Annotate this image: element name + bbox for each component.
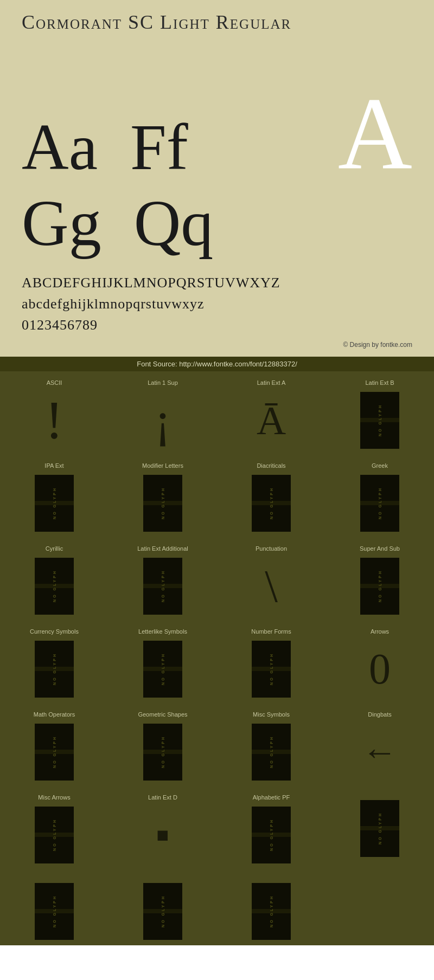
glyph-showcase-2: Gg Qq <box>22 185 412 261</box>
source-bar: Font Source: http://www.fontke.com/font/… <box>0 357 434 371</box>
cell-label: Latin Ext D <box>148 794 177 801</box>
cell-glyph-area: NO GLYPH <box>358 556 401 616</box>
cell-label: Letterlike Symbols <box>138 628 187 635</box>
glyph-cell: Latin Ext BNO GLYPH <box>326 371 434 454</box>
cell-label: Latin Ext B <box>365 379 394 386</box>
cell-label: Diacriticals <box>257 462 285 469</box>
alphabet-digits: 0123456789 <box>22 314 412 336</box>
cell-label: IPA Ext <box>44 462 63 469</box>
glyph-cell: Latin 1 Sup¡ <box>108 371 217 454</box>
font-title: Cormorant SC Light Regular <box>22 11 412 34</box>
glyph-cell: Number FormsNO GLYPH <box>217 620 326 703</box>
cell-label: Greek <box>372 462 388 469</box>
glyph-char: ■ <box>157 824 169 845</box>
cell-label: Number Forms <box>251 628 291 635</box>
glyph-large-a: A <box>338 82 412 185</box>
cell-label: Geometric Shapes <box>138 711 187 718</box>
cell-glyph-area: NO GLYPH <box>141 556 184 616</box>
glyph-cell: CyrillicNO GLYPH <box>0 537 108 620</box>
cell-label: ASCII <box>47 379 62 386</box>
top-section: Cormorant SC Light Regular Aa Ff A Gg Qq… <box>0 0 434 357</box>
cell-label: Super And Sub <box>360 545 400 552</box>
glyph-char: 0 <box>369 647 391 691</box>
glyph-cell: NO GLYPH <box>108 869 217 945</box>
glyph-aa: Aa <box>22 111 98 183</box>
glyph-char: Ā <box>257 400 286 441</box>
cell-glyph-area: NO GLYPH <box>250 722 293 782</box>
glyph-pair-ff: Ff <box>130 115 188 180</box>
cell-glyph-area: NO GLYPH <box>250 881 293 941</box>
cell-glyph-area: ¡ <box>141 390 184 450</box>
glyph-cell: Math OperatorsNO GLYPH <box>0 703 108 786</box>
alphabet-uppercase: ABCDEFGHIJKLMNOPQRSTUVWXYZ <box>22 272 412 293</box>
cell-label: Latin Ext Additional <box>137 545 188 552</box>
credit-line: © Design by fontke.com <box>22 338 412 351</box>
glyph-char: ← <box>362 734 398 770</box>
glyph-cell: Letterlike SymbolsNO GLYPH <box>108 620 217 703</box>
glyph-cell: Currency SymbolsNO GLYPH <box>0 620 108 703</box>
glyph-cell: GreekNO GLYPH <box>326 454 434 537</box>
cell-label: Currency Symbols <box>30 628 79 635</box>
cell-glyph-area: NO GLYPH <box>358 798 401 858</box>
cell-label: Dingbats <box>368 711 391 718</box>
cell-glyph-area: NO GLYPH <box>250 639 293 699</box>
glyph-qq: Qq <box>134 187 214 259</box>
glyph-cell: Latin Ext AĀ <box>217 371 326 454</box>
alphabet-lowercase: abcdefghijklmnopqrstuvwxyz <box>22 293 412 314</box>
cell-glyph-area: \ <box>250 556 293 616</box>
glyph-cell: Super And SubNO GLYPH <box>326 537 434 620</box>
cell-glyph-area: NO GLYPH <box>141 722 184 782</box>
glyph-cell: NO GLYPH <box>217 869 326 945</box>
cell-glyph-area: NO GLYPH <box>33 722 76 782</box>
cell-glyph-area: NO GLYPH <box>33 881 76 941</box>
glyph-cell: Alphabetic PFNO GLYPH <box>217 786 326 869</box>
cell-glyph-area: NO GLYPH <box>358 390 401 450</box>
glyph-cell: Misc ArrowsNO GLYPH <box>0 786 108 869</box>
cell-glyph-area: 0 <box>358 639 401 699</box>
glyph-cell: Modifier LettersNO GLYPH <box>108 454 217 537</box>
cell-label: Math Operators <box>34 711 75 718</box>
cell-glyph-area: ← <box>358 722 401 782</box>
alphabet-section: ABCDEFGHIJKLMNOPQRSTUVWXYZ abcdefghijklm… <box>22 267 412 338</box>
cell-glyph-area: NO GLYPH <box>33 556 76 616</box>
glyph-cell: DiacriticalsNO GLYPH <box>217 454 326 537</box>
cell-label: Arrows <box>371 628 389 635</box>
glyph-cell: ASCII! <box>0 371 108 454</box>
glyph-cell: Punctuation\ <box>217 537 326 620</box>
glyph-cell: Latin Ext D■ <box>108 786 217 869</box>
cell-glyph-area: NO GLYPH <box>250 473 293 533</box>
glyph-pair-aa: Aa <box>22 115 98 180</box>
glyph-cell: NO GLYPH <box>326 786 434 869</box>
glyph-cell: Latin Ext AdditionalNO GLYPH <box>108 537 217 620</box>
glyph-pair-gg: Gg <box>22 191 101 256</box>
glyph-ff: Ff <box>130 111 188 183</box>
cell-label: Misc Arrows <box>38 794 70 801</box>
cell-glyph-area: ! <box>33 390 76 450</box>
cell-glyph-area: NO GLYPH <box>33 805 76 865</box>
cell-glyph-area: ■ <box>141 805 184 865</box>
cell-label: Latin Ext A <box>257 379 286 386</box>
cell-label: Misc Symbols <box>253 711 290 718</box>
glyph-cell: IPA ExtNO GLYPH <box>0 454 108 537</box>
glyph-grid: ASCII!Latin 1 Sup¡Latin Ext AĀLatin Ext … <box>0 371 434 945</box>
cell-glyph-area: Ā <box>250 390 293 450</box>
cell-label: Punctuation <box>256 545 287 552</box>
cell-label: Alphabetic PF <box>253 794 290 801</box>
glyph-char: \ <box>265 563 278 609</box>
cell-glyph-area: NO GLYPH <box>33 473 76 533</box>
glyph-cell: Misc SymbolsNO GLYPH <box>217 703 326 786</box>
bottom-section: Font Source: http://www.fontke.com/font/… <box>0 357 434 945</box>
cell-glyph-area: NO GLYPH <box>141 639 184 699</box>
cell-glyph-area: NO GLYPH <box>250 805 293 865</box>
cell-glyph-area: NO GLYPH <box>141 881 184 941</box>
glyph-cell: Geometric ShapesNO GLYPH <box>108 703 217 786</box>
cell-glyph-area: NO GLYPH <box>358 473 401 533</box>
glyph-showcase: Aa Ff A <box>22 44 412 185</box>
glyph-char: ! <box>45 393 63 447</box>
cell-label: Latin 1 Sup <box>148 379 178 386</box>
glyph-char: ¡ <box>155 396 171 444</box>
cell-label: Cyrillic <box>46 545 63 552</box>
glyph-gg: Gg <box>22 187 101 259</box>
glyph-pair-qq: Qq <box>134 191 214 256</box>
glyph-cell: Dingbats← <box>326 703 434 786</box>
